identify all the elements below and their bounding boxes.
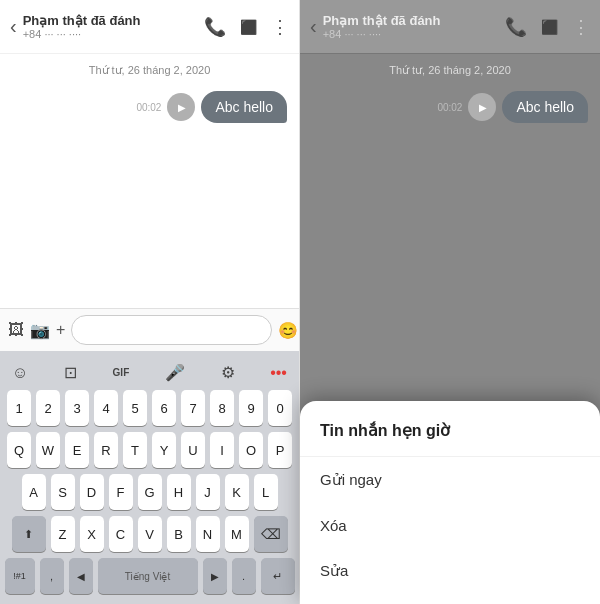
play-button[interactable] xyxy=(167,93,195,121)
key-1[interactable]: 1 xyxy=(7,390,31,426)
key-b[interactable]: B xyxy=(167,516,191,552)
key-g[interactable]: G xyxy=(138,474,162,510)
key-w[interactable]: W xyxy=(36,432,60,468)
enter-key[interactable]: ↵ xyxy=(261,558,295,594)
right-phone-icon[interactable]: 📞 xyxy=(505,16,527,38)
right-message-bubble: Abc hello xyxy=(502,91,588,123)
key-h[interactable]: H xyxy=(167,474,191,510)
back-button[interactable]: ‹ xyxy=(10,15,17,38)
right-contact-name: Phạm thật đã đánh xyxy=(323,13,441,28)
asdf-row: A S D F G H J K L xyxy=(4,474,295,510)
key-8[interactable]: 8 xyxy=(210,390,234,426)
contact-name: Phạm thật đã đánh xyxy=(23,13,141,28)
right-video-icon[interactable]: ⬛ xyxy=(541,19,558,35)
key-7[interactable]: 7 xyxy=(181,390,205,426)
context-menu-item-send-now[interactable]: Gửi ngay xyxy=(300,457,600,503)
delete-key[interactable]: ⌫ xyxy=(254,516,288,552)
shift-key[interactable]: ⬆ xyxy=(12,516,46,552)
messages-area: 00:02 Abc hello xyxy=(0,83,299,308)
kb-sticker-icon[interactable]: ⊡ xyxy=(62,361,79,384)
key-o[interactable]: O xyxy=(239,432,263,468)
context-menu-item-edit[interactable]: Sửa xyxy=(300,548,600,594)
right-panel: ‹ Phạm thật đã đánh +84 ··· ··· ···· 📞 ⬛… xyxy=(300,0,600,604)
key-f[interactable]: F xyxy=(109,474,133,510)
right-more-icon[interactable]: ⋮ xyxy=(572,16,590,38)
kb-mic-icon[interactable]: 🎤 xyxy=(163,361,187,384)
key-6[interactable]: 6 xyxy=(152,390,176,426)
contact-phone: +84 ··· ··· ···· xyxy=(23,28,141,40)
key-p[interactable]: P xyxy=(268,432,292,468)
zxcv-row: ⬆ Z X C V B N M ⌫ xyxy=(4,516,295,552)
phone-icon[interactable]: 📞 xyxy=(204,16,226,38)
key-9[interactable]: 9 xyxy=(239,390,263,426)
keyboard-rows: 1 2 3 4 5 6 7 8 9 0 Q W E R T Y U I xyxy=(4,390,295,594)
key-d[interactable]: D xyxy=(80,474,104,510)
key-l[interactable]: L xyxy=(254,474,278,510)
camera-icon[interactable]: 📷 xyxy=(30,321,50,340)
lang-right[interactable]: ▶ xyxy=(203,558,227,594)
right-contact-phone: +84 ··· ··· ···· xyxy=(323,28,441,40)
left-header: ‹ Phạm thật đã đánh +84 ··· ··· ···· 📞 ⬛… xyxy=(0,0,299,54)
key-5[interactable]: 5 xyxy=(123,390,147,426)
bottom-row: !#1 , ◀ Tiếng Việt ▶ . ↵ xyxy=(4,558,295,594)
video-icon[interactable]: ⬛ xyxy=(240,19,257,35)
left-panel: ‹ Phạm thật đã đánh +84 ··· ··· ···· 📞 ⬛… xyxy=(0,0,300,604)
key-v[interactable]: V xyxy=(138,516,162,552)
space-key[interactable]: Tiếng Việt xyxy=(98,558,198,594)
key-e[interactable]: E xyxy=(65,432,89,468)
kb-settings-icon[interactable]: ⚙ xyxy=(219,361,237,384)
context-menu-title: Tin nhắn hẹn giờ xyxy=(300,421,600,457)
key-0[interactable]: 0 xyxy=(268,390,292,426)
key-y[interactable]: Y xyxy=(152,432,176,468)
key-x[interactable]: X xyxy=(80,516,104,552)
period-key[interactable]: . xyxy=(232,558,256,594)
key-k[interactable]: K xyxy=(225,474,249,510)
right-message-time: 00:02 xyxy=(437,102,462,113)
key-u[interactable]: U xyxy=(181,432,205,468)
lang-left[interactable]: ◀ xyxy=(69,558,93,594)
message-bubble: Abc hello xyxy=(201,91,287,123)
right-header: ‹ Phạm thật đã đánh +84 ··· ··· ···· 📞 ⬛… xyxy=(300,0,600,54)
special-key[interactable]: !#1 xyxy=(5,558,35,594)
date-label: Thứ tư, 26 tháng 2, 2020 xyxy=(0,54,299,83)
kb-more-icon[interactable]: ••• xyxy=(268,362,289,384)
input-bar: 🖼 📷 + 😊 〰 xyxy=(0,308,299,351)
key-n[interactable]: N xyxy=(196,516,220,552)
key-3[interactable]: 3 xyxy=(65,390,89,426)
key-2[interactable]: 2 xyxy=(36,390,60,426)
qwerty-row: Q W E R T Y U I O P xyxy=(4,432,295,468)
right-message-row: 00:02 Abc hello xyxy=(312,91,588,123)
right-play-button[interactable] xyxy=(468,93,496,121)
message-input[interactable] xyxy=(71,315,272,345)
key-i[interactable]: I xyxy=(210,432,234,468)
key-m[interactable]: M xyxy=(225,516,249,552)
key-s[interactable]: S xyxy=(51,474,75,510)
emoji-gif-icon[interactable]: 😊 xyxy=(278,321,298,340)
message-row: 00:02 Abc hello xyxy=(12,91,287,123)
kb-gif-icon[interactable]: GIF xyxy=(111,365,132,380)
context-menu-item-delete[interactable]: Xóa xyxy=(300,503,600,548)
keyboard-toolbar: ☺ ⊡ GIF 🎤 ⚙ ••• xyxy=(4,357,295,390)
add-icon[interactable]: + xyxy=(56,321,65,339)
key-c[interactable]: C xyxy=(109,516,133,552)
context-menu: Tin nhắn hẹn giờ Gửi ngay Xóa Sửa xyxy=(300,401,600,604)
keyboard-area: ☺ ⊡ GIF 🎤 ⚙ ••• 1 2 3 4 5 6 7 8 9 0 xyxy=(0,351,299,604)
number-row: 1 2 3 4 5 6 7 8 9 0 xyxy=(4,390,295,426)
right-date-label: Thứ tư, 26 tháng 2, 2020 xyxy=(300,54,600,83)
key-4[interactable]: 4 xyxy=(94,390,118,426)
gallery-icon[interactable]: 🖼 xyxy=(8,321,24,339)
key-q[interactable]: Q xyxy=(7,432,31,468)
key-j[interactable]: J xyxy=(196,474,220,510)
comma-key[interactable]: , xyxy=(40,558,64,594)
key-t[interactable]: T xyxy=(123,432,147,468)
right-back-button[interactable]: ‹ xyxy=(310,15,317,38)
key-z[interactable]: Z xyxy=(51,516,75,552)
more-icon[interactable]: ⋮ xyxy=(271,16,289,38)
key-r[interactable]: R xyxy=(94,432,118,468)
key-a[interactable]: A xyxy=(22,474,46,510)
kb-emoji-icon[interactable]: ☺ xyxy=(10,362,30,384)
message-time: 00:02 xyxy=(136,102,161,113)
